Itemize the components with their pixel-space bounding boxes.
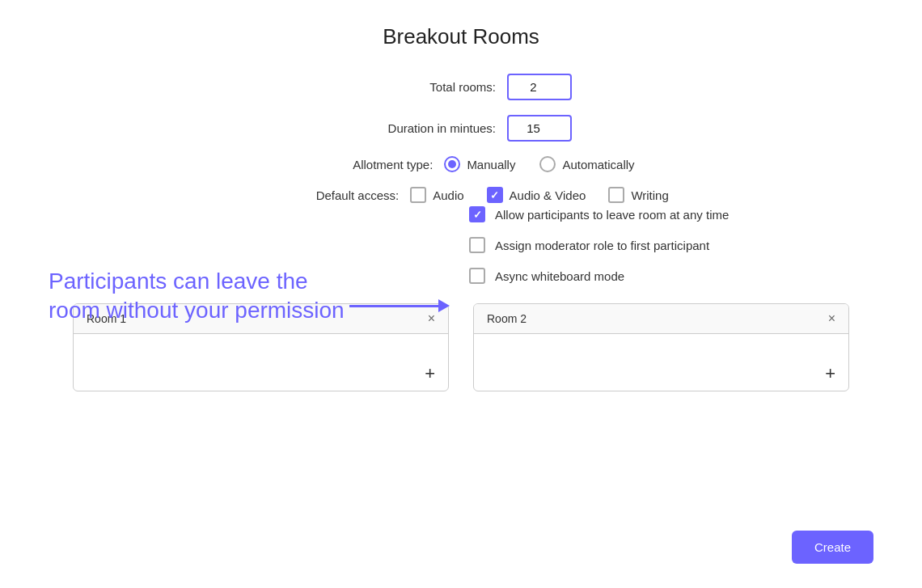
callout-text: Participants can leave the room without … bbox=[49, 267, 348, 326]
writing-checkbox bbox=[608, 187, 624, 203]
arrow-line bbox=[349, 299, 450, 312]
option-moderator[interactable]: Assign moderator role to first participa… bbox=[469, 237, 709, 253]
room-2-name: Room 2 bbox=[487, 312, 527, 325]
room-2-close-button[interactable]: × bbox=[828, 312, 835, 325]
audio-label: Audio bbox=[433, 188, 463, 202]
allotment-row: Allotment type: Manually Automatically bbox=[287, 156, 634, 172]
arrow-head bbox=[438, 299, 450, 312]
default-access-label: Default access: bbox=[253, 188, 399, 202]
callout-arrow bbox=[349, 299, 450, 312]
breakout-rooms-dialog: Breakout Rooms Total rooms: Duration in … bbox=[0, 0, 922, 588]
form-section: Total rooms: Duration in mintues: Allotm… bbox=[49, 74, 873, 203]
allotment-label: Allotment type: bbox=[287, 158, 433, 171]
create-button[interactable]: Create bbox=[792, 531, 873, 564]
leave-room-label: Allow participants to leave room at any … bbox=[495, 208, 729, 222]
duration-label: Duration in mintues: bbox=[350, 121, 496, 135]
total-rooms-input[interactable] bbox=[507, 74, 572, 100]
total-rooms-row: Total rooms: bbox=[350, 74, 572, 100]
options-section: Allow participants to leave room at any … bbox=[469, 206, 873, 284]
page-title: Breakout Rooms bbox=[49, 24, 873, 49]
room-2-add-button[interactable]: + bbox=[825, 365, 835, 383]
default-access-row: Default access: Audio Audio & Video Writ… bbox=[253, 187, 669, 203]
leave-room-checkbox bbox=[469, 206, 485, 222]
radio-manually-label: Manually bbox=[467, 158, 515, 171]
option-leave-room[interactable]: Allow participants to leave room at any … bbox=[469, 206, 729, 222]
access-audio[interactable]: Audio bbox=[410, 187, 463, 203]
room-2-body: + bbox=[474, 334, 848, 391]
arrow-shaft bbox=[349, 305, 438, 307]
access-audio-video[interactable]: Audio & Video bbox=[487, 187, 586, 203]
radio-automatically-label: Automatically bbox=[562, 158, 634, 171]
writing-label: Writing bbox=[631, 188, 668, 202]
duration-row: Duration in mintues: bbox=[350, 115, 572, 142]
allotment-radio-group: Manually Automatically bbox=[444, 156, 634, 172]
access-checkbox-group: Audio Audio & Video Writing bbox=[410, 187, 669, 203]
audio-video-checkbox bbox=[487, 187, 503, 203]
radio-manually-indicator bbox=[444, 156, 460, 172]
async-checkbox bbox=[469, 268, 485, 284]
room-2-header: Room 2 × bbox=[474, 304, 848, 334]
audio-checkbox bbox=[410, 187, 426, 203]
option-async[interactable]: Async whiteboard mode bbox=[469, 268, 624, 284]
total-rooms-label: Total rooms: bbox=[350, 80, 496, 94]
moderator-label: Assign moderator role to first participa… bbox=[495, 239, 709, 252]
room-1-body: + bbox=[74, 334, 448, 391]
room-1-add-button[interactable]: + bbox=[425, 365, 435, 383]
room-1-close-button[interactable]: × bbox=[428, 312, 435, 325]
access-writing[interactable]: Writing bbox=[608, 187, 668, 203]
duration-input[interactable] bbox=[507, 115, 572, 142]
radio-automatically[interactable]: Automatically bbox=[539, 156, 634, 172]
radio-automatically-indicator bbox=[539, 156, 556, 172]
room-2-card: Room 2 × + bbox=[473, 303, 849, 391]
moderator-checkbox bbox=[469, 237, 485, 253]
audio-video-label: Audio & Video bbox=[510, 188, 586, 202]
async-label: Async whiteboard mode bbox=[495, 269, 624, 283]
radio-manually[interactable]: Manually bbox=[444, 156, 515, 172]
